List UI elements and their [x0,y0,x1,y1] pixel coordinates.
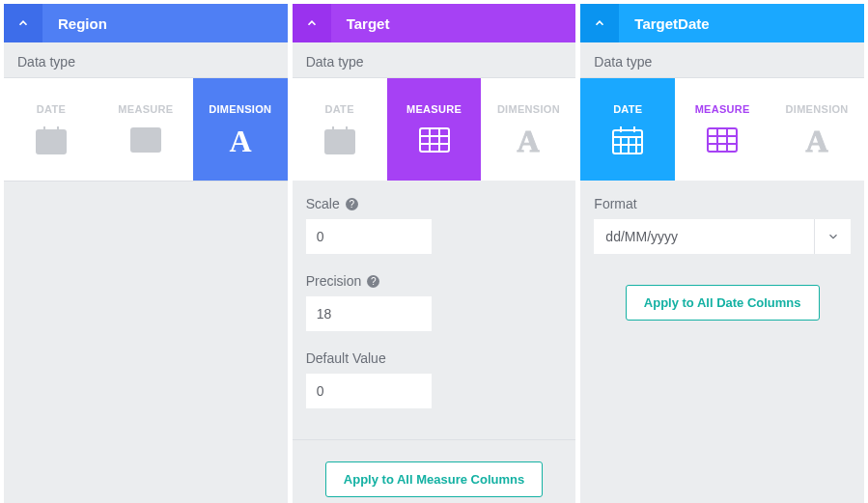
svg-text:A: A [229,125,251,155]
empty-strip [4,181,288,219]
panel-title: Region [42,15,107,32]
panel-header-target: Target [293,4,576,42]
help-icon[interactable]: ? [367,275,379,288]
svg-rect-36 [708,128,737,152]
panel-title: Target [331,15,390,32]
type-option-dimension[interactable]: DIMENSION A [481,78,575,181]
collapse-toggle[interactable] [293,4,331,42]
format-select[interactable]: dd/MM/yyyy [594,219,851,254]
chevron-down-icon [814,219,851,254]
default-value-label: Default Value [306,350,563,366]
calendar-icon [611,125,644,155]
panel-header-targetdate: TargetDate [580,4,864,42]
target-form: Scale? Precision? Default Value [293,181,576,430]
precision-label: Precision? [306,273,563,289]
data-type-label: Data type [293,42,576,78]
type-option-dimension[interactable]: DIMENSION A [193,78,288,181]
letter-a-icon: A [512,125,545,155]
data-type-label: Data type [580,42,864,78]
type-option-measure[interactable]: MEASURE [387,78,482,181]
grid-icon [129,125,162,155]
panel-title: TargetDate [619,15,709,32]
panel-target: Target Data type DATE MEASURE DIMENSION … [293,4,576,503]
type-option-date[interactable]: DATE [4,78,98,181]
calendar-icon [323,125,356,155]
apply-all-date-button[interactable]: Apply to All Date Columns [626,285,820,321]
data-type-options: DATE MEASURE DIMENSION A [4,78,288,181]
format-label: Format [594,196,851,211]
data-type-options: DATE MEASURE DIMENSION A [580,78,864,181]
scale-label: Scale? [306,196,563,211]
panel-header-region: Region [4,4,288,42]
svg-text:A: A [806,125,828,155]
type-option-date[interactable]: DATE [293,78,387,181]
chevron-up-icon [593,16,606,30]
chevron-up-icon [305,16,319,30]
data-type-options: DATE MEASURE DIMENSION A [293,78,576,181]
letter-a-icon: A [224,125,257,155]
default-value-input[interactable] [306,374,432,408]
svg-rect-22 [420,128,449,152]
letter-a-icon: A [800,125,833,155]
type-option-date[interactable]: DATE [580,78,675,181]
type-option-measure[interactable]: MEASURE [98,78,193,181]
calendar-icon [35,125,68,155]
svg-rect-8 [131,128,160,152]
chevron-up-icon [16,16,30,30]
apply-all-measure-button[interactable]: Apply to All Measure Columns [325,461,543,497]
panel-region: Region Data type DATE MEASURE DIMENSION … [4,4,288,503]
grid-icon [418,125,451,155]
data-type-label: Data type [4,42,288,78]
svg-text:A: A [518,125,540,155]
help-icon[interactable]: ? [346,198,358,210]
scale-input[interactable] [306,219,432,254]
panel-targetdate: TargetDate Data type DATE MEASURE DIMENS… [580,4,864,503]
type-option-measure[interactable]: MEASURE [675,78,770,181]
collapse-toggle[interactable] [4,4,42,42]
type-option-dimension[interactable]: DIMENSION A [770,78,864,181]
collapse-toggle[interactable] [580,4,619,42]
targetdate-form: Format dd/MM/yyyy [580,181,864,264]
grid-icon [706,125,739,155]
precision-input[interactable] [306,296,432,331]
format-value: dd/MM/yyyy [594,229,814,244]
